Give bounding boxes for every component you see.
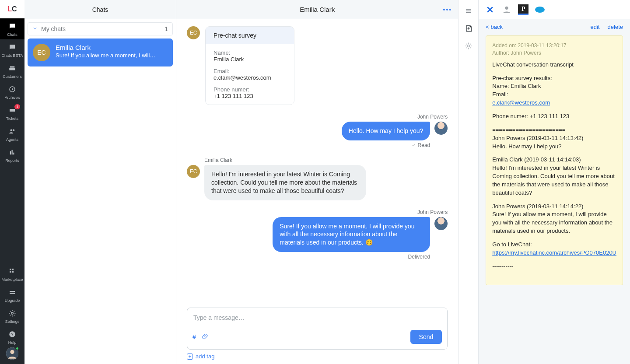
gear-icon[interactable] <box>464 41 473 51</box>
rail-item-chats-beta[interactable]: Chats BETA <box>0 39 24 60</box>
filter-count: 1 <box>164 25 168 32</box>
detail-panel: P < back edit delete Added on: 2019-03-1… <box>479 0 630 364</box>
note-line: Hello! I'm interested in your latest Win… <box>492 164 615 196</box>
rail-item-settings[interactable]: Settings <box>0 305 24 326</box>
note-line: ====================== <box>492 126 565 133</box>
add-tag-button[interactable]: + add tag <box>176 350 458 364</box>
customer-message: Hello! I'm interested in your latest Win… <box>204 165 366 200</box>
survey-name-value: Emilia Clark <box>214 56 286 63</box>
message-status: Delivered <box>408 254 430 260</box>
agent-avatar <box>434 217 448 230</box>
rail-label: Help <box>8 340 17 345</box>
rail-item-tickets[interactable]: 1 Tickets <box>0 102 24 123</box>
status-dot-icon <box>15 346 19 350</box>
message-author: John Powers <box>417 209 448 215</box>
svg-point-7 <box>11 312 14 315</box>
svg-rect-3 <box>10 269 11 270</box>
survey-phone-value: +1 123 111 123 <box>214 93 286 99</box>
note-line: Pre-chat survey results: <box>492 75 552 81</box>
chat-beta-icon <box>8 43 17 52</box>
agent-message: Sure! If you allow me a moment, I will p… <box>273 217 430 252</box>
status-text: Delivered <box>408 254 430 260</box>
filter-label: My chats <box>41 25 66 32</box>
chat-list-panel: Chats My chats 1 EC Emilia Clark Sure! I… <box>24 0 176 364</box>
app-logo[interactable]: LC <box>0 0 24 18</box>
help-icon: ? <box>8 330 17 339</box>
message-input[interactable] <box>192 313 442 330</box>
note-author: Author: John Powers <box>492 49 616 57</box>
chevron-down-icon <box>32 25 38 32</box>
clock-icon <box>8 85 17 94</box>
svg-point-13 <box>505 7 508 10</box>
close-icon[interactable] <box>485 4 495 15</box>
ticket-badge: 1 <box>14 104 20 109</box>
note-archive-link[interactable]: https://my.livechatinc.com/archives/PO07… <box>492 249 616 256</box>
hash-icon[interactable]: # <box>192 333 196 341</box>
message-input-area: # Send <box>176 302 458 350</box>
svg-point-14 <box>535 7 545 13</box>
rail-item-chats[interactable]: Chats <box>0 18 24 39</box>
rail-label: Upgrade <box>5 298 20 303</box>
chat-item-preview: Sure! If you allow me a moment, I will p… <box>56 52 156 59</box>
message-author: Emilia Clark <box>204 157 232 163</box>
note-line: ----------- <box>492 262 616 271</box>
edit-link[interactable]: edit <box>591 24 600 30</box>
message-scroll[interactable]: EC Pre-chat survey Name: Emilia Clark Em… <box>176 19 458 302</box>
note-line: LiveChat conversation transcript <box>492 61 616 69</box>
agents-icon <box>8 127 17 136</box>
rail-item-agents[interactable]: Agents <box>0 123 24 144</box>
note-line: Name: Emilia Clark <box>492 83 541 89</box>
more-menu-icon[interactable]: ••• <box>443 6 452 13</box>
customer-avatar: EC <box>33 44 50 61</box>
rail-label: Agents <box>6 137 18 142</box>
svg-point-11 <box>10 350 14 354</box>
delete-link[interactable]: delete <box>608 24 623 30</box>
rail-label: Chats <box>7 32 18 37</box>
salesforce-icon[interactable] <box>535 4 545 15</box>
gear-icon <box>8 309 17 318</box>
note-line: John Powers (2019-03-11 14:14:22) <box>492 203 583 210</box>
message-author: John Powers <box>417 114 448 120</box>
svg-rect-6 <box>12 271 14 273</box>
note-email-link[interactable]: e.clark@westeros.com <box>492 99 550 106</box>
pipedrive-icon[interactable]: P <box>518 4 528 15</box>
customer-avatar: EC <box>187 26 200 39</box>
chat-list-item[interactable]: EC Emilia Clark Sure! If you allow me a … <box>28 38 173 66</box>
rail-item-upgrade[interactable]: Upgrade <box>0 284 24 305</box>
survey-email-label: Email: <box>214 68 286 74</box>
note-actions: < back edit delete <box>479 19 630 33</box>
note-card: Added on: 2019-03-11 13:20:17 Author: Jo… <box>486 35 623 285</box>
conversation-title: Emilia Clark <box>300 6 335 13</box>
app-rail: LC Chats Chats BETA Customers Archives 1… <box>0 0 24 364</box>
note-add-icon[interactable] <box>464 24 473 33</box>
chat-filter-dropdown[interactable]: My chats 1 <box>28 22 173 35</box>
upgrade-icon <box>8 288 17 297</box>
rail-item-reports[interactable]: Reports <box>0 144 24 165</box>
prechat-survey-card: Pre-chat survey Name: Emilia Clark Email… <box>205 26 294 105</box>
grid-icon <box>8 267 17 276</box>
chat-icon <box>8 22 17 31</box>
send-button[interactable]: Send <box>410 330 442 344</box>
tool-rail <box>458 0 479 364</box>
agent-message: Hello. How may I help you? <box>342 122 430 140</box>
back-link[interactable]: < back <box>486 24 503 30</box>
attachment-icon[interactable] <box>202 333 208 341</box>
svg-point-1 <box>10 130 13 132</box>
rail-label: Marketplace <box>1 277 23 282</box>
rail-item-help[interactable]: ? Help <box>0 326 24 347</box>
chat-list-header: Chats <box>24 0 176 19</box>
note-line: Email: <box>492 91 508 98</box>
rail-item-archives[interactable]: Archives <box>0 81 24 102</box>
note-line: Hello. How may I help you? <box>492 143 561 150</box>
integration-switcher: P <box>479 0 630 19</box>
person-icon[interactable] <box>501 4 512 15</box>
current-user-avatar[interactable] <box>6 347 18 360</box>
menu-icon[interactable] <box>464 6 473 16</box>
rail-label: Tickets <box>6 116 18 121</box>
rail-label: Chats BETA <box>2 53 23 58</box>
customer-avatar: EC <box>187 165 200 178</box>
reports-icon <box>8 148 17 157</box>
rail-label: Settings <box>5 319 20 324</box>
rail-item-marketplace[interactable]: Marketplace <box>0 263 24 284</box>
rail-item-customers[interactable]: Customers <box>0 60 24 81</box>
